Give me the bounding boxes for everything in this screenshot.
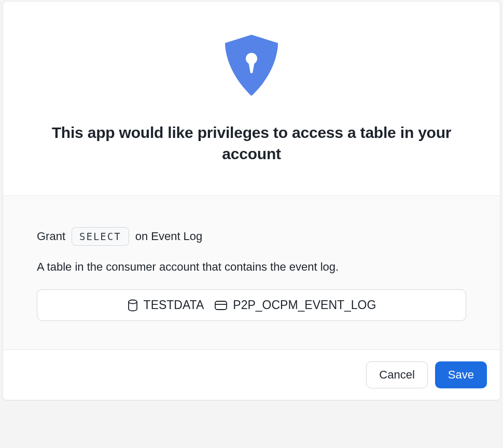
grant-prefix: Grant: [37, 230, 65, 243]
modal-footer: Cancel Save: [3, 350, 500, 400]
privilege-description: A table in the consumer account that con…: [37, 260, 466, 274]
svg-rect-2: [215, 301, 227, 310]
database-name: TESTDATA: [144, 298, 204, 312]
shield-icon: [32, 33, 471, 99]
cancel-button[interactable]: Cancel: [366, 361, 427, 388]
modal-header: This app would like privileges to access…: [3, 2, 500, 196]
svg-point-1: [129, 300, 137, 303]
grant-suffix: on Event Log: [135, 230, 203, 243]
save-button[interactable]: Save: [435, 361, 487, 388]
grant-statement: Grant SELECT on Event Log: [37, 227, 466, 246]
table-selector[interactable]: TESTDATA P2P_OCPM_EVENT_LOG: [37, 289, 466, 321]
table-item: P2P_OCPM_EVENT_LOG: [214, 298, 376, 312]
modal-body: Grant SELECT on Event Log A table in the…: [3, 196, 500, 350]
table-icon: [214, 300, 228, 311]
privilege-request-modal: This app would like privileges to access…: [3, 1, 500, 400]
database-icon: [127, 299, 138, 312]
privilege-chip: SELECT: [72, 227, 129, 246]
table-name: P2P_OCPM_EVENT_LOG: [233, 298, 376, 312]
modal-title: This app would like privileges to access…: [32, 122, 471, 164]
database-item: TESTDATA: [127, 298, 204, 312]
